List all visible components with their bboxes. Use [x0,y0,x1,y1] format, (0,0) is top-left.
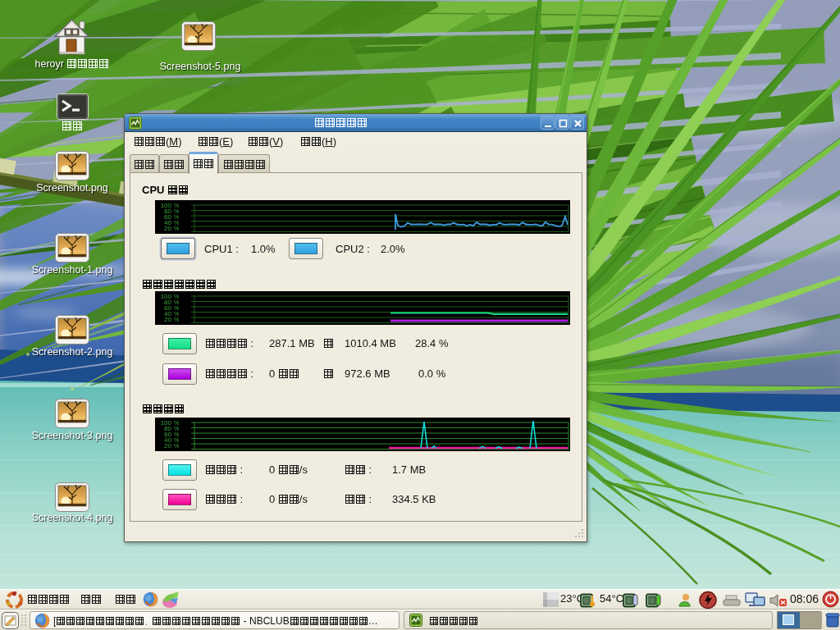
svg-text:%: % [174,317,179,322]
svg-text:%: % [174,294,179,299]
svg-text:%: % [174,426,179,431]
svg-text:%: % [174,299,179,305]
svg-text:20: 20 [164,225,171,232]
svg-text:%: % [174,220,179,226]
svg-text:20: 20 [164,316,171,323]
svg-text:%: % [174,305,179,311]
svg-text:20: 20 [164,442,171,450]
svg-text:%: % [174,443,179,449]
svg-text:%: % [174,311,179,317]
svg-text:%: % [174,214,179,220]
svg-text:%: % [174,203,179,208]
svg-text:%: % [174,420,179,426]
svg-text:%: % [174,431,179,437]
svg-text:%: % [174,226,179,231]
svg-text:%: % [174,437,179,443]
svg-text:%: % [174,208,179,214]
